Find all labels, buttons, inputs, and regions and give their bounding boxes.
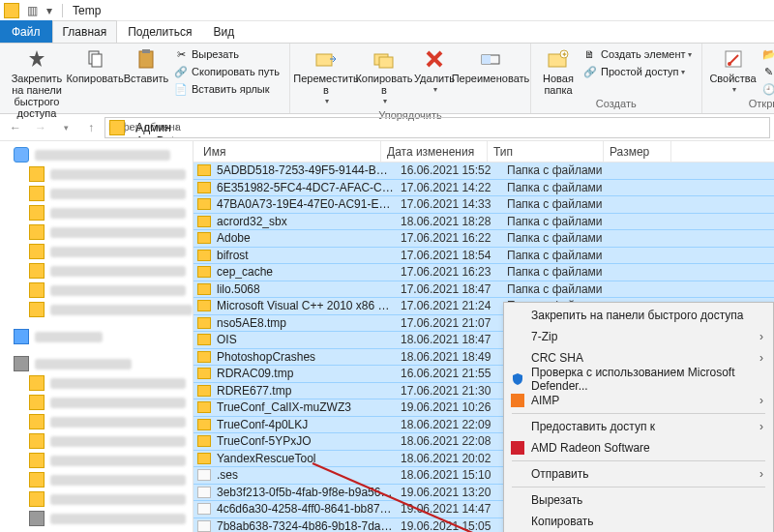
delete-button[interactable]: Удалить▾ (412, 45, 457, 98)
rename-button[interactable]: Переименовать (457, 45, 524, 86)
col-date[interactable]: Дата изменения (381, 141, 488, 162)
history-button[interactable]: 🕘Журнал (759, 80, 774, 98)
table-row[interactable]: 5ADBD518-7253-49F5-9144-BCA62137D57816.0… (194, 162, 774, 180)
file-icon (197, 503, 211, 515)
cell-name: 47BA0A73-19E4-47E0-AC91-ECD5D33E67... (217, 197, 401, 211)
chevron-right-icon[interactable]: › (185, 135, 188, 138)
group-clipboard: Закрепить на панели быстрого доступа Коп… (0, 44, 290, 113)
chevron-right-icon[interactable]: › (129, 122, 132, 133)
cell-date: 18.06.2021 15:10 (401, 468, 507, 482)
ctx-7zip[interactable]: 7-Zip› (506, 326, 771, 347)
col-type[interactable]: Тип (488, 141, 604, 162)
ctx-aimp[interactable]: AIMP› (506, 390, 771, 411)
tab-view[interactable]: Вид (202, 20, 245, 43)
chevron-right-icon[interactable]: › (170, 117, 173, 120)
table-row[interactable]: bifrost17.06.2021 18:54Папка с файлами (194, 247, 774, 265)
chevron-right-icon: › (759, 351, 763, 365)
edit-button[interactable]: ✎Изменить (759, 63, 774, 80)
table-row[interactable]: 47BA0A73-19E4-47E0-AC91-ECD5D33E67...17.… (194, 195, 774, 214)
cell-name: 4c6d6a30-4258-4ff0-8641-bb87482d4b1... (217, 502, 401, 516)
group-new: ✦ Новая папка 🗎Создать элемент▾ 🔗Простой… (531, 44, 702, 113)
cell-date: 17.06.2021 18:47 (401, 282, 507, 296)
ctx-amd[interactable]: AMD Radeon Software (506, 437, 771, 458)
folder-icon (197, 317, 211, 329)
cell-date: 16.06.2021 21:55 (401, 367, 507, 380)
cell-name: TrueConf-4p0LKJ (217, 418, 401, 431)
folder-icon (197, 419, 211, 430)
easyaccess-icon: 🔗 (583, 65, 597, 78)
amd-icon (510, 440, 525, 456)
nav-recent[interactable]: ▾ (54, 116, 77, 139)
svg-rect-14 (511, 394, 524, 407)
svg-rect-3 (142, 49, 150, 53)
chevron-right-icon: › (759, 330, 763, 343)
tab-share[interactable]: Поделиться (117, 20, 202, 43)
file-icon (197, 487, 211, 498)
qat-dropdown-icon[interactable]: ▾ (41, 2, 58, 19)
cell-name: cep_cache (217, 265, 401, 279)
copy-button[interactable]: Копировать (68, 45, 122, 86)
tab-home[interactable]: Главная (52, 20, 118, 43)
nav-up[interactable]: ↑ (79, 116, 103, 139)
col-size[interactable]: Размер (604, 141, 671, 162)
svg-rect-6 (379, 57, 393, 68)
table-row[interactable]: acrord32_sbx18.06.2021 18:28Папка с файл… (194, 213, 774, 231)
nav-forward[interactable]: → (29, 116, 52, 139)
nav-back[interactable]: ← (4, 116, 27, 139)
newitem-button[interactable]: 🗎Создать элемент▾ (580, 45, 696, 63)
shield-icon (510, 371, 525, 387)
cell-name: TrueConf-5YPxJO (217, 434, 401, 448)
aimp-icon (510, 393, 525, 408)
ctx-cut[interactable]: Вырезать (506, 489, 771, 511)
qat-props-icon[interactable]: ▥ (23, 2, 41, 19)
newitem-icon: 🗎 (583, 47, 597, 61)
ctx-pin[interactable]: Закрепить на панели быстрого доступа (506, 305, 771, 326)
cell-name: RDRE677.tmp (217, 384, 401, 398)
open-button[interactable]: 📂Открыть▾ (759, 45, 774, 63)
moveto-button[interactable]: Переместить в▾ (296, 45, 356, 109)
pasteshortcut-button[interactable]: 📄Вставить ярлык (170, 80, 283, 98)
col-name[interactable]: Имя (197, 141, 381, 162)
table-row[interactable]: cep_cache17.06.2021 16:23Папка с файлами (194, 263, 774, 281)
folder-icon (197, 250, 211, 261)
cell-date: 16.06.2021 15:52 (401, 163, 507, 177)
ctx-share[interactable]: Предоставить доступ к› (506, 416, 771, 437)
ctx-copy[interactable]: Копировать (506, 511, 771, 532)
breadcrumb-segment[interactable]: Админ› (135, 121, 256, 134)
properties-button[interactable]: Свойства▾ (708, 45, 759, 98)
cell-date: 18.06.2021 22:09 (401, 418, 507, 431)
newfolder-button[interactable]: ✦ Новая папка (537, 45, 580, 98)
folder-icon (197, 216, 211, 227)
easyaccess-button[interactable]: 🔗Простой доступ▾ (580, 63, 696, 80)
open-icon: 📂 (762, 47, 774, 61)
table-row[interactable]: lilo.506817.06.2021 18:47Папка с файлами (194, 281, 774, 299)
paste-icon (134, 47, 158, 71)
divider (62, 4, 63, 17)
tab-file[interactable]: Файл (0, 20, 52, 43)
pin-button[interactable]: Закрепить на панели быстрого доступа (6, 45, 68, 121)
scissors-icon: ✂ (174, 47, 188, 61)
breadcrumb-segment[interactable]: AppData› (135, 134, 256, 138)
paste-button[interactable]: Вставить (122, 45, 170, 86)
chevron-right-icon[interactable]: › (175, 122, 178, 133)
ctx-defender[interactable]: Проверка с использованием Microsoft Defe… (506, 369, 771, 390)
cell-name: Microsoft Visual C++ 2010 x86 Redistrib.… (217, 299, 401, 312)
svg-rect-1 (92, 54, 102, 67)
folder-icon (29, 433, 45, 449)
address-bar[interactable]: › Этот компьютер›Локальный диск (C:)›Use… (104, 117, 770, 138)
table-row[interactable]: 6E351982-5FC4-4DC7-AFAC-C0208469E2...17.… (194, 179, 774, 197)
copypath-button[interactable]: 🔗Скопировать путь (170, 63, 283, 80)
nav-pane[interactable] (0, 141, 194, 532)
ctx-send[interactable]: Отправить› (506, 463, 771, 485)
cell-type: Папка с файлами (507, 282, 623, 296)
drive-icon (29, 511, 45, 526)
copyto-icon (372, 47, 396, 71)
copyto-button[interactable]: Копировать в▾ (356, 45, 412, 109)
cell-type: Папка с файлами (507, 231, 623, 245)
table-row[interactable]: Adobe17.06.2021 16:22Папка с файлами (194, 229, 774, 248)
cell-date: 18.06.2021 22:08 (401, 434, 507, 448)
column-headers[interactable]: Имя Дата изменения Тип Размер (194, 141, 774, 163)
cell-name: 6E351982-5FC4-4DC7-AFAC-C0208469E2... (217, 181, 401, 194)
cell-name: 7b8ab638-7324-4b86-9b18-7da1a5da18b... (217, 519, 401, 532)
cut-button[interactable]: ✂Вырезать (170, 45, 283, 63)
